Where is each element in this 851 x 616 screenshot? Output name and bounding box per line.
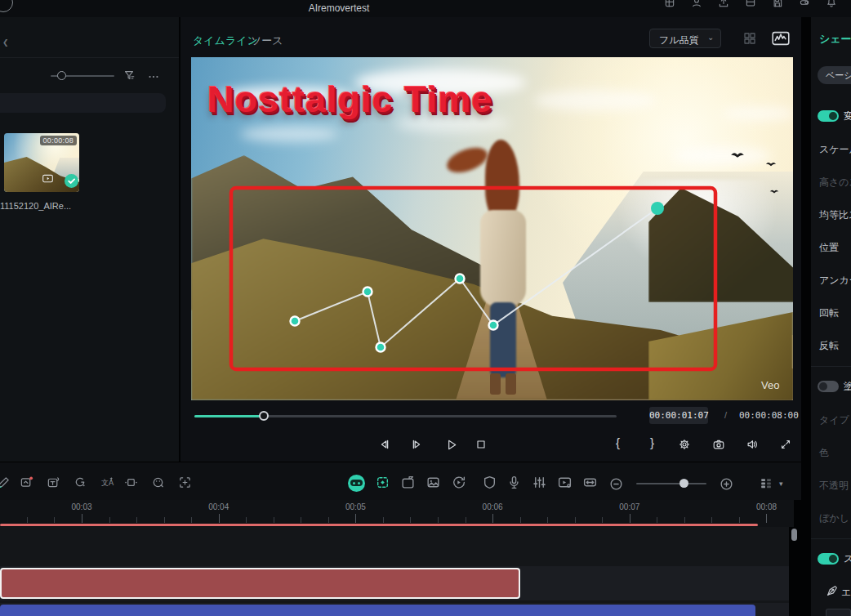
timeline-toolbar: ▾ 文A [0, 462, 801, 500]
timeline-range-line [0, 524, 758, 526]
mark-in-button[interactable]: { [616, 435, 620, 449]
zoom-in-icon[interactable] [719, 476, 734, 492]
ai-portrait-icon[interactable] [151, 475, 165, 489]
property-row: 反転 [811, 337, 851, 354]
account-icon[interactable] [691, 0, 702, 8]
audio-mixer-icon[interactable] [532, 475, 547, 490]
keyframe-icon[interactable] [375, 475, 390, 490]
fullscreen-icon[interactable] [779, 438, 792, 451]
mark-out-button[interactable]: } [650, 435, 654, 449]
current-timecode: 00:00:01:07 [649, 410, 709, 421]
panel-title: シェープ [819, 32, 851, 47]
play-icon[interactable] [444, 438, 458, 452]
green-screen-icon[interactable] [482, 475, 497, 490]
caret-down-icon[interactable]: ▾ [779, 480, 783, 488]
timeline-zoom-slider[interactable] [636, 483, 706, 484]
ruler-tick [82, 514, 82, 523]
timeline-tracks [0, 527, 789, 616]
tab-source[interactable]: ソース [251, 33, 283, 48]
workspace-icon[interactable] [745, 0, 756, 8]
volume-icon[interactable] [746, 438, 759, 451]
seek-bar-knob[interactable] [259, 411, 269, 421]
color-swatch-stub[interactable] [826, 609, 851, 616]
divider [0, 57, 179, 58]
next-frame-icon[interactable] [410, 438, 423, 451]
media-bin-selected-row[interactable] [0, 93, 166, 113]
property-row: ぼかし [811, 510, 851, 526]
keyframe-point[interactable] [489, 321, 498, 330]
speed-icon[interactable] [451, 475, 466, 490]
draw-mask-icon[interactable] [0, 475, 11, 489]
selection-box[interactable] [231, 188, 715, 369]
property-label: 不透明 [819, 479, 849, 493]
ai-copilot-icon[interactable] [348, 475, 365, 492]
playback-quality-dropdown[interactable]: フル品質 ⌄ [649, 29, 721, 48]
property-row: 不透明 [811, 477, 851, 493]
settings-icon[interactable] [678, 438, 691, 451]
snapshot-icon[interactable] [712, 438, 725, 451]
ruler-tick [547, 517, 548, 523]
ruler-tick [328, 517, 329, 523]
scopes-icon[interactable] [772, 29, 790, 47]
group-toggle[interactable] [818, 381, 839, 392]
check-badge-icon [65, 174, 78, 188]
text-clip[interactable] [0, 568, 520, 599]
property-label: アンカーポ [819, 274, 851, 288]
image-snapshot-icon[interactable] [426, 475, 441, 490]
tab-timeline[interactable]: タイムライン [193, 33, 258, 48]
group-label: ス [844, 552, 851, 566]
project-title: AIremovertest [278, 2, 400, 14]
keyframe-point[interactable] [376, 343, 385, 352]
switch-mode-icon[interactable] [799, 0, 810, 8]
tab-basic[interactable]: ベーシ [818, 66, 851, 84]
property-row: 高さのス [811, 174, 851, 190]
text-to-speech-icon[interactable] [47, 475, 60, 489]
filter-funnel-icon[interactable] [123, 69, 136, 82]
multi-view-icon[interactable] [742, 31, 757, 46]
ruler-tick [602, 517, 603, 523]
zoom-out-icon[interactable] [608, 476, 624, 492]
properties-panel: シェープ ベーシ 変スケール高さのス均等比ス位置アンカーポ回転反転塗タイプ色不透… [811, 17, 851, 616]
auto-ripple-icon[interactable] [582, 475, 598, 490]
ruler-tick [219, 514, 220, 523]
screen-record-icon[interactable] [20, 475, 33, 489]
keyframe-point[interactable] [456, 275, 465, 283]
render-preview-icon[interactable] [557, 475, 573, 490]
app-window: AIremovertest ❮ 00:00:08 11152120_AIRe..… [0, 0, 851, 616]
property-row: タイプ [811, 412, 851, 428]
collapse-chevron-icon[interactable]: ❮ [2, 38, 9, 47]
thumbnail-size-slider-knob[interactable] [57, 71, 66, 80]
notifications-icon[interactable] [826, 0, 837, 8]
divider [811, 538, 851, 539]
ai-voice-icon[interactable] [74, 475, 87, 489]
export-icon[interactable] [718, 0, 729, 8]
property-row: アンカーポ [811, 272, 851, 288]
media-thumbnail[interactable]: 00:00:08 [4, 133, 79, 192]
keyframe-point[interactable] [291, 317, 300, 326]
ruler-tick [274, 517, 274, 523]
more-options-icon[interactable] [147, 70, 160, 83]
auto-reframe-icon[interactable] [124, 475, 138, 489]
ruler-tick [54, 517, 55, 523]
previous-frame-icon[interactable] [378, 438, 391, 451]
resources-icon[interactable] [664, 0, 675, 8]
split-clip-icon[interactable] [400, 475, 416, 490]
vertical-scrollbar[interactable] [791, 529, 797, 541]
video-clip[interactable] [0, 605, 755, 616]
keyframe-point[interactable] [651, 202, 664, 215]
timeline-zoom-slider-knob[interactable] [679, 479, 688, 488]
media-panel: ❮ 00:00:08 11152120_AIRe... [0, 17, 179, 462]
group-toggle[interactable] [818, 553, 839, 565]
auto-caption-icon[interactable]: 文A [100, 475, 114, 489]
keyframe-point[interactable] [363, 288, 372, 297]
record-voiceover-icon[interactable] [506, 475, 522, 490]
motion-tracking-icon[interactable] [178, 475, 192, 489]
stop-icon[interactable] [475, 438, 488, 451]
video-canvas[interactable]: Nosttalgic Time Veo [191, 57, 793, 400]
ruler-tick [136, 517, 137, 523]
ruler-tick [630, 514, 630, 523]
track-manager-icon[interactable] [758, 476, 773, 492]
save-icon[interactable] [772, 0, 783, 8]
group-toggle[interactable] [818, 110, 839, 122]
transform-overlay[interactable] [191, 57, 793, 400]
